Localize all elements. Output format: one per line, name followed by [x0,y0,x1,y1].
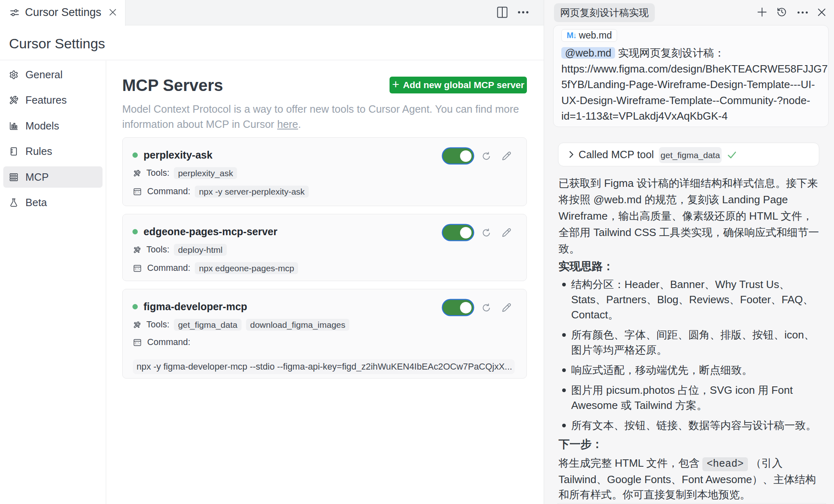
svg-text:C:\: C:\ [135,342,140,345]
svg-text:C:\: C:\ [135,191,140,194]
svg-text:C:\: C:\ [135,268,140,271]
